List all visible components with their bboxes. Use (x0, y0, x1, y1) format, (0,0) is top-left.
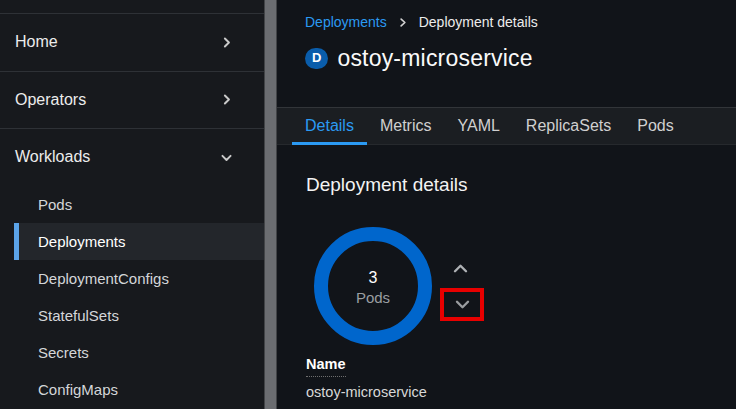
sidebar-nav: Home Operators Workloads Pods Deployment… (0, 0, 264, 409)
sidebar-item-pods[interactable]: Pods (0, 186, 264, 223)
page-title: ostoy-microservice (337, 45, 532, 72)
breadcrumb-current: Deployment details (419, 14, 538, 30)
tab-details[interactable]: Details (292, 108, 367, 144)
tab-bar: Details Metrics YAML ReplicaSets Pods (277, 107, 736, 145)
sidebar-item-operators[interactable]: Operators (0, 71, 264, 129)
page-title-row: D ostoy-microservice (305, 45, 533, 72)
chevron-up-icon (453, 263, 468, 274)
sidebar-item-label: Workloads (15, 148, 90, 166)
chevron-right-icon (220, 36, 233, 49)
scale-down-button[interactable] (447, 292, 477, 318)
sidebar-item-deployments[interactable]: Deployments (14, 223, 264, 260)
tab-yaml[interactable]: YAML (444, 108, 512, 144)
field-value-name: ostoy-microservice (306, 384, 427, 400)
chevron-down-icon (220, 151, 233, 164)
deployment-resource-badge: D (305, 48, 328, 69)
sidebar-item-deploymentconfigs[interactable]: DeploymentConfigs (0, 260, 264, 297)
breadcrumb-separator-icon (398, 17, 408, 28)
section-title: Deployment details (306, 174, 468, 196)
tab-metrics[interactable]: Metrics (367, 108, 445, 144)
highlight-box (440, 288, 484, 321)
workloads-subnav: Pods Deployments DeploymentConfigs State… (0, 186, 264, 408)
donut-label: Pods (356, 289, 390, 306)
tab-replicasets[interactable]: ReplicaSets (513, 108, 624, 144)
breadcrumb-link-deployments[interactable]: Deployments (305, 14, 387, 30)
sidebar-item-configmaps[interactable]: ConfigMaps (0, 371, 264, 408)
main-content: Deployments Deployment details D ostoy-m… (277, 0, 736, 409)
breadcrumb: Deployments Deployment details (305, 14, 538, 30)
sidebar-item-label: Operators (15, 91, 86, 109)
sidebar-item-statefulsets[interactable]: StatefulSets (0, 297, 264, 334)
sidebar-scrollbar[interactable] (264, 0, 277, 409)
chevron-down-icon (455, 299, 470, 310)
donut-value: 3 (369, 269, 378, 286)
pods-donut-chart: 3 Pods (313, 226, 433, 346)
tab-pods[interactable]: Pods (624, 108, 686, 144)
sidebar-item-home[interactable]: Home (0, 13, 264, 71)
sidebar-item-workloads[interactable]: Workloads (0, 128, 264, 186)
sidebar-item-secrets[interactable]: Secrets (0, 334, 264, 371)
scale-up-button[interactable] (445, 255, 475, 281)
field-label-name: Name (306, 356, 346, 377)
sidebar-item-label: Home (15, 33, 58, 51)
chevron-right-icon (220, 93, 233, 106)
